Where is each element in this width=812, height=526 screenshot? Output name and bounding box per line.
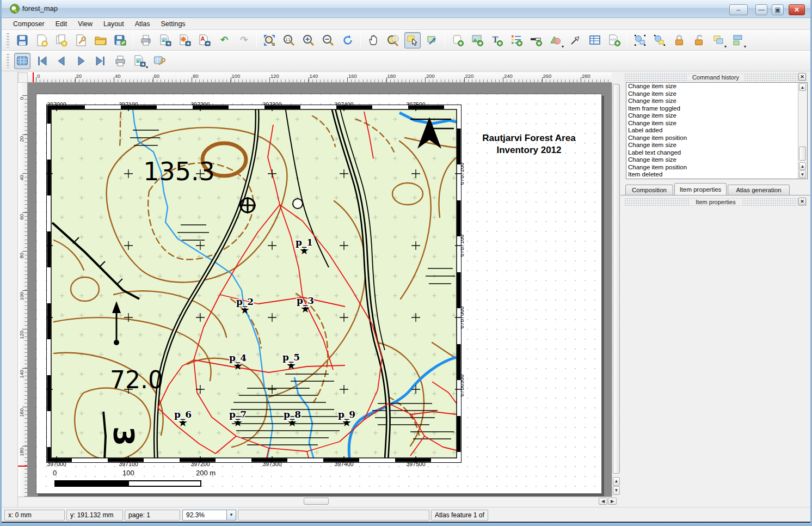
history-scrollbar[interactable]: ▲ ▲ ▼ xyxy=(798,83,807,179)
minimize-button[interactable]: — xyxy=(755,4,767,15)
deselect-all-button[interactable] xyxy=(651,32,668,48)
export-as-pdf-button[interactable]: A xyxy=(196,32,213,48)
maximize-button[interactable]: ▣ xyxy=(772,4,784,15)
tab-composition[interactable]: Composition xyxy=(625,185,673,195)
scroll-up-button[interactable]: ▲ xyxy=(799,162,806,170)
move-item-content-button[interactable] xyxy=(424,32,440,48)
add-new-label-button[interactable]: T xyxy=(489,32,505,48)
toolbar-grip[interactable] xyxy=(7,33,9,47)
add-basic-shape-button[interactable]: ▾ xyxy=(548,32,564,48)
add-attribute-table-button[interactable] xyxy=(587,32,603,48)
menu-composer[interactable]: Composer xyxy=(8,19,50,29)
menu-edit[interactable]: Edit xyxy=(51,19,72,29)
menu-settings[interactable]: Settings xyxy=(156,19,190,29)
scroll-down-button[interactable]: ▼ xyxy=(799,170,806,178)
redo-button[interactable]: ↷ xyxy=(236,32,252,48)
scalebar-segment-white[interactable] xyxy=(128,480,201,487)
next-feature-button[interactable] xyxy=(73,53,89,69)
history-item[interactable]: Change item size xyxy=(626,97,807,105)
add-image-button[interactable] xyxy=(469,32,485,48)
horizontal-scrollbar[interactable]: ◀ ▶ xyxy=(18,497,612,506)
new-composition-button[interactable] xyxy=(34,32,50,48)
menu-view[interactable]: View xyxy=(73,19,97,29)
export-atlas-as-image-button[interactable]: ▾ xyxy=(132,53,148,69)
scalebar-segment-black[interactable] xyxy=(54,480,128,487)
vertical-scrollbar[interactable]: ▲ ▼ xyxy=(612,83,620,497)
previous-feature-button[interactable] xyxy=(53,53,70,69)
toolbar-grip[interactable] xyxy=(7,54,9,68)
command-history-header[interactable]: Command history xyxy=(624,73,807,82)
history-scrollbar-thumb[interactable] xyxy=(799,146,806,161)
duplicate-composition-button[interactable] xyxy=(53,32,70,48)
add-html-frame-button[interactable]: </> xyxy=(606,32,623,48)
composition-page[interactable]: Rautjarvi Forest Area Inventory 2012 397… xyxy=(36,94,602,494)
atlas-settings-button[interactable] xyxy=(151,53,168,69)
dock-toggle-button[interactable]: ⇔ xyxy=(729,4,748,15)
scroll-right-button[interactable]: ▶ xyxy=(608,498,617,505)
scroll-up-button[interactable]: ▲ xyxy=(799,83,806,91)
add-new-scalebar-button[interactable] xyxy=(528,32,544,48)
scroll-up-button[interactable]: ▲ xyxy=(613,477,620,486)
load-from-template-button[interactable] xyxy=(93,32,109,48)
command-history-list[interactable]: Change item size Change item size Change… xyxy=(626,82,808,179)
refresh-view-button[interactable] xyxy=(340,32,356,48)
tab-item-properties[interactable]: Item properties xyxy=(674,183,727,195)
history-item[interactable]: Change item size xyxy=(626,83,807,90)
history-item[interactable]: Item frame toggled xyxy=(626,105,807,113)
group-items-button[interactable]: ▾ xyxy=(710,32,727,48)
first-feature-button[interactable] xyxy=(34,53,50,69)
history-item[interactable]: Label added xyxy=(626,127,807,134)
composition-title-label[interactable]: Rautjarvi Forest Area Inventory 2012 xyxy=(447,132,611,156)
export-as-image-button[interactable] xyxy=(157,32,174,48)
close-panel-icon[interactable]: ✕ xyxy=(798,73,806,81)
history-item[interactable]: Change item size xyxy=(626,142,807,149)
preview-atlas-button[interactable] xyxy=(14,53,30,69)
history-item[interactable]: Change item size xyxy=(626,112,807,120)
history-item[interactable]: Item deleted xyxy=(626,179,807,180)
zoom-combo-dropdown-icon[interactable]: ▼ xyxy=(226,510,236,521)
zoom-in-button[interactable] xyxy=(300,32,317,48)
add-arrow-button[interactable] xyxy=(567,32,583,48)
history-item[interactable]: Item deleted xyxy=(626,171,807,179)
history-item[interactable]: Change item size xyxy=(626,156,807,164)
save-as-template-button[interactable] xyxy=(112,32,128,48)
zoom-out-button[interactable] xyxy=(320,32,336,48)
add-new-legend-button[interactable] xyxy=(508,32,525,48)
select-all-items-button[interactable] xyxy=(632,32,648,48)
history-item[interactable]: Change item position xyxy=(626,164,807,172)
undo-button[interactable]: ↶ xyxy=(216,32,232,48)
scroll-left-button[interactable]: ◀ xyxy=(599,498,607,505)
align-items-button[interactable]: ▾ xyxy=(730,32,746,48)
zoom-to-region-button[interactable] xyxy=(385,32,401,48)
history-item[interactable]: Change item size xyxy=(626,120,807,127)
lock-selected-items-button[interactable] xyxy=(671,32,687,48)
print-atlas-button[interactable] xyxy=(112,53,128,69)
history-item[interactable]: Change item position xyxy=(626,134,807,142)
vertical-scrollbar-thumb[interactable] xyxy=(613,84,620,474)
print-button[interactable] xyxy=(138,32,154,48)
history-item[interactable]: Change item size xyxy=(626,90,807,98)
export-as-svg-button[interactable] xyxy=(177,32,193,48)
menu-atlas[interactable]: Atlas xyxy=(130,19,155,29)
unlock-all-items-button[interactable] xyxy=(691,32,707,48)
history-item[interactable]: Label text changed xyxy=(626,149,807,157)
pan-button[interactable] xyxy=(365,32,382,48)
add-new-map-button[interactable] xyxy=(450,32,466,48)
close-panel-icon[interactable]: ✕ xyxy=(798,198,806,205)
select-move-item-button[interactable] xyxy=(404,32,421,48)
zoom-level-combo[interactable]: 92.3% xyxy=(182,510,227,521)
tab-atlas-generation[interactable]: Atlas generation xyxy=(728,185,790,195)
zoom-full-button[interactable] xyxy=(261,32,278,48)
horizontal-scrollbar-thumb[interactable] xyxy=(304,498,329,505)
scroll-down-button[interactable]: ▼ xyxy=(613,486,620,495)
zoom-actual-size-button[interactable]: 1:1 xyxy=(281,32,297,48)
close-button[interactable]: ✕ xyxy=(789,4,805,15)
map-item[interactable]: 135.3 72.0 3 ★ ★ ★ ★ ★ ★ xyxy=(46,104,462,463)
last-feature-button[interactable] xyxy=(93,53,109,69)
item-properties-header[interactable]: Item properties xyxy=(624,198,807,206)
composition-manager-button[interactable] xyxy=(73,32,89,48)
save-project-button[interactable] xyxy=(14,32,30,48)
title-bar[interactable]: forest_map ⇔ — ▣ ✕ xyxy=(2,0,810,18)
menu-layout[interactable]: Layout xyxy=(99,19,129,29)
composition-canvas[interactable]: Rautjarvi Forest Area Inventory 2012 397… xyxy=(28,83,612,497)
